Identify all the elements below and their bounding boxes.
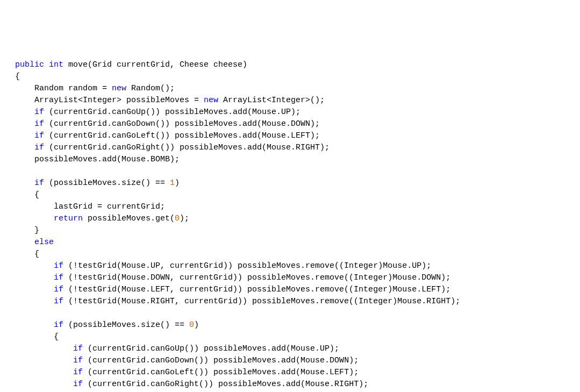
text-token: (currentGrid.canGoUp()) possibleMoves.ad… xyxy=(44,108,300,117)
code-line: { xyxy=(15,189,565,201)
indent xyxy=(15,261,54,270)
text-token: { xyxy=(54,332,59,341)
indent xyxy=(15,214,54,223)
keyword-token: if xyxy=(34,131,44,140)
text-token: ); xyxy=(180,214,189,223)
keyword-token: if xyxy=(73,380,83,389)
text-token: (possibleMoves.size() == xyxy=(44,179,170,188)
text-token xyxy=(44,60,49,69)
indent xyxy=(15,155,34,164)
text-token: ) xyxy=(175,179,180,188)
indent xyxy=(15,84,34,93)
code-line: if (currentGrid.canGoDown()) possibleMov… xyxy=(15,118,565,130)
text-token: lastGrid = currentGrid; xyxy=(54,202,165,211)
indent xyxy=(15,226,34,235)
keyword-token: if xyxy=(54,273,63,282)
text-token: (!testGrid(Mouse.DOWN, currentGrid)) pos… xyxy=(63,273,450,282)
text-token: (currentGrid.canGoUp()) possibleMoves.ad… xyxy=(83,344,339,353)
number-token: 0 xyxy=(189,320,194,330)
indent xyxy=(15,108,34,117)
code-line: if (currentGrid.canGoDown()) possibleMov… xyxy=(15,355,565,367)
indent xyxy=(15,202,54,211)
indent xyxy=(15,344,73,353)
keyword-token: if xyxy=(54,297,63,306)
code-line: if (currentGrid.canGoUp()) possibleMoves… xyxy=(15,106,565,118)
indent xyxy=(15,143,34,152)
indent xyxy=(15,309,54,318)
text-token: (currentGrid.canGoRight()) possibleMoves… xyxy=(44,143,330,152)
keyword-token: int xyxy=(49,60,63,69)
keyword-token: if xyxy=(34,143,44,152)
code-line: { xyxy=(15,71,565,83)
text-token: (currentGrid.canGoDown()) possibleMoves.… xyxy=(83,356,359,365)
indent xyxy=(15,368,73,377)
text-token: ) xyxy=(194,320,199,330)
code-line xyxy=(15,308,565,319)
keyword-token: return xyxy=(54,214,83,223)
code-line: if (!testGrid(Mouse.DOWN, currentGrid)) … xyxy=(15,272,565,284)
keyword-token: public xyxy=(15,60,44,69)
indent xyxy=(15,190,34,199)
indent xyxy=(15,119,34,129)
text-token: { xyxy=(34,190,39,199)
text-token: } xyxy=(34,226,39,235)
keyword-token: if xyxy=(34,108,44,117)
text-token: (currentGrid.canGoLeft()) possibleMoves.… xyxy=(44,131,320,140)
code-line: public int move(Grid currentGrid, Cheese… xyxy=(15,59,565,71)
indent xyxy=(15,320,54,330)
code-line xyxy=(15,166,565,177)
code-line: if (!testGrid(Mouse.RIGHT, currentGrid))… xyxy=(15,296,565,308)
keyword-token: if xyxy=(34,179,44,188)
keyword-token: if xyxy=(34,119,44,129)
keyword-token: if xyxy=(54,285,63,294)
indent xyxy=(15,238,34,247)
code-line: if (currentGrid.canGoLeft()) possibleMov… xyxy=(15,367,565,379)
code-block: public int move(Grid currentGrid, Cheese… xyxy=(15,59,565,392)
text-token: { xyxy=(34,250,39,259)
number-token: 1 xyxy=(170,179,175,188)
indent xyxy=(15,297,54,306)
text-token: (!testGrid(Mouse.UP, currentGrid)) possi… xyxy=(63,261,431,270)
code-line: if (!testGrid(Mouse.LEFT, currentGrid)) … xyxy=(15,284,565,296)
text-token: possibleMoves.get( xyxy=(83,214,175,223)
keyword-token: else xyxy=(34,238,54,247)
text-token: ArrayList<Integer>(); xyxy=(218,96,325,105)
text-token: (currentGrid.canGoRight()) possibleMoves… xyxy=(83,380,368,389)
text-token: ArrayList<Integer> possibleMoves = xyxy=(34,96,204,105)
text-token: Random random = xyxy=(34,84,112,93)
indent xyxy=(15,332,54,341)
code-line: Random random = new Random(); xyxy=(15,83,565,95)
text-token: (!testGrid(Mouse.LEFT, currentGrid)) pos… xyxy=(63,285,450,294)
code-line: if (currentGrid.canGoLeft()) possibleMov… xyxy=(15,130,565,142)
text-token: (currentGrid.canGoLeft()) possibleMoves.… xyxy=(83,368,359,377)
text-token xyxy=(54,309,59,318)
indent xyxy=(15,167,34,176)
number-token: 0 xyxy=(175,214,180,223)
code-line: if (!testGrid(Mouse.UP, currentGrid)) po… xyxy=(15,260,565,272)
indent xyxy=(15,273,54,282)
code-line: if (possibleMoves.size() == 1) xyxy=(15,177,565,189)
indent xyxy=(15,285,54,294)
text-token: (currentGrid.canGoDown()) possibleMoves.… xyxy=(44,119,320,129)
keyword-token: if xyxy=(73,344,83,353)
code-line: if (currentGrid.canGoUp()) possibleMoves… xyxy=(15,343,565,355)
keyword-token: if xyxy=(73,356,83,365)
code-line: lastGrid = currentGrid; xyxy=(15,201,565,213)
text-token: (!testGrid(Mouse.RIGHT, currentGrid)) po… xyxy=(63,297,460,306)
indent xyxy=(15,380,73,389)
code-line: if (currentGrid.canGoRight()) possibleMo… xyxy=(15,379,565,390)
text-token: Random(); xyxy=(126,84,175,93)
code-line: ArrayList<Integer> possibleMoves = new A… xyxy=(15,95,565,106)
indent xyxy=(15,356,73,365)
text-token: possibleMoves.add(Mouse.BOMB); xyxy=(34,155,180,164)
text-token: { xyxy=(15,72,20,81)
indent xyxy=(15,179,34,188)
indent xyxy=(15,250,34,259)
code-line: if (currentGrid.canGoRight()) possibleMo… xyxy=(15,142,565,154)
indent xyxy=(15,96,34,105)
keyword-token: if xyxy=(54,320,63,330)
keyword-token: new xyxy=(204,96,218,105)
keyword-token: if xyxy=(73,368,83,377)
code-line: { xyxy=(15,248,565,260)
code-line: if (possibleMoves.size() == 0) xyxy=(15,319,565,331)
